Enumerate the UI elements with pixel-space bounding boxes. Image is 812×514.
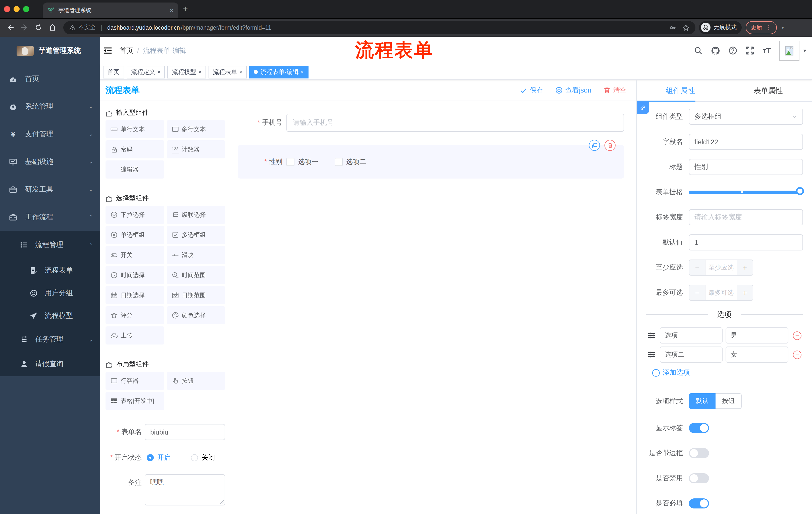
component-chip-editor[interactable]: 编辑器 — [106, 160, 164, 179]
home-icon[interactable] — [49, 24, 56, 31]
gender-option1-checkbox[interactable]: 选项一 — [286, 157, 318, 166]
minus-button[interactable]: − — [689, 285, 705, 300]
component-chip-checkbox-group[interactable]: 多选框组 — [167, 226, 225, 244]
fullscreen-icon[interactable] — [746, 46, 754, 55]
option-value-input[interactable]: 女 — [726, 347, 788, 362]
remove-option-button[interactable]: − — [793, 350, 802, 359]
component-chip-single-text[interactable]: 单行文本 — [106, 120, 164, 138]
tag-close-icon[interactable]: × — [239, 69, 242, 75]
sidebar-item-process-manage[interactable]: 流程管理 ⌃ — [0, 231, 100, 259]
style-button-button[interactable]: 按钮 — [716, 393, 742, 409]
canvas-field-gender-selected[interactable]: 性别 选项一 选项二 — [238, 145, 624, 179]
tab-close-icon[interactable]: × — [170, 7, 173, 14]
form-grid-slider[interactable] — [689, 184, 803, 200]
component-chip-button[interactable]: 按钮 — [167, 372, 225, 390]
reload-icon[interactable] — [35, 24, 42, 31]
component-chip-cascader[interactable]: 级联选择 — [167, 206, 225, 224]
sidebar-item-devtools[interactable]: 研发工具 ⌄ — [0, 175, 100, 203]
window-minimize-button[interactable] — [13, 6, 20, 12]
label-width-input[interactable]: 请输入标签宽度 — [689, 209, 803, 225]
component-chip-switch[interactable]: 开关 — [106, 246, 164, 264]
tag-close-icon[interactable]: × — [301, 69, 304, 75]
delete-component-button[interactable] — [605, 140, 615, 151]
component-chip-color-picker[interactable]: 颜色选择 — [167, 306, 225, 324]
search-icon[interactable] — [694, 46, 702, 55]
sidebar-item-payment[interactable]: ¥ 支付管理 ⌄ — [0, 120, 100, 148]
help-icon[interactable] — [728, 46, 737, 55]
option-value-input[interactable]: 男 — [726, 327, 788, 344]
new-tab-button[interactable]: + — [183, 4, 188, 14]
browser-tab[interactable]: 芋道管理系统 × — [43, 2, 178, 18]
phone-input[interactable]: 请输入手机号 — [286, 114, 624, 132]
component-chip-time-picker[interactable]: 时间选择 — [106, 266, 164, 284]
stepper-input[interactable]: 至少应选 — [705, 260, 736, 275]
address-bar[interactable]: 不安全 | dashboard.yudao.iocoder.cn/bpm/man… — [63, 21, 695, 34]
tag-process-form[interactable]: 流程表单× — [208, 65, 247, 78]
sidebar-item-home[interactable]: 首页 — [0, 65, 100, 92]
bookmark-star-icon[interactable] — [683, 24, 689, 31]
avatar[interactable] — [779, 40, 800, 61]
window-close-button[interactable] — [4, 6, 10, 12]
tag-process-form-edit[interactable]: 流程表单-编辑× — [250, 65, 309, 78]
plus-button[interactable]: + — [736, 260, 753, 275]
remove-option-button[interactable]: − — [793, 331, 802, 340]
back-icon[interactable] — [6, 24, 14, 31]
view-json-button[interactable]: 查看json — [555, 86, 591, 95]
field-name-input[interactable]: field122 — [689, 134, 803, 150]
window-zoom-button[interactable] — [23, 6, 29, 12]
stepper-input[interactable]: 最多可选 — [705, 285, 736, 300]
style-default-button[interactable]: 默认 — [689, 393, 716, 409]
tag-close-icon[interactable]: × — [157, 69, 161, 75]
disabled-toggle[interactable] — [689, 473, 709, 483]
avatar-caret-icon[interactable]: ▼ — [803, 48, 807, 53]
form-remark-textarea[interactable]: 嘿嘿 — [145, 474, 225, 506]
panel-link-handle[interactable] — [637, 101, 649, 114]
browser-menu-icon[interactable]: ⋮ — [766, 24, 772, 31]
breadcrumb-home[interactable]: 首页 — [120, 46, 133, 55]
required-toggle[interactable] — [689, 498, 709, 509]
component-chip-select[interactable]: 下拉选择 — [106, 206, 164, 224]
form-name-input[interactable]: biubiu — [145, 424, 225, 440]
option-label-input[interactable]: 选项二 — [660, 347, 723, 362]
sidebar-item-process-form[interactable]: 流程表单 — [0, 259, 100, 282]
toolbar-chevron-icon[interactable]: ▾ — [782, 25, 784, 30]
github-icon[interactable] — [711, 46, 720, 55]
font-size-icon[interactable]: ᴛT — [762, 46, 771, 55]
tab-form-props[interactable]: 表单属性 — [724, 80, 812, 101]
drag-handle-icon[interactable] — [648, 331, 656, 340]
sidebar-item-leave-query[interactable]: 请假查询 — [0, 352, 100, 376]
border-toggle[interactable] — [689, 448, 709, 458]
component-chip-slider[interactable]: 滑块 — [167, 246, 225, 264]
sidebar-item-process-model[interactable]: 流程模型 — [0, 304, 100, 327]
sidebar-item-task-manage[interactable]: 任务管理 ⌄ — [0, 327, 100, 352]
sidebar-item-system[interactable]: 系统管理 ⌄ — [0, 92, 100, 120]
tag-process-definition[interactable]: 流程定义× — [127, 65, 165, 78]
minus-button[interactable]: − — [689, 260, 705, 275]
component-type-select[interactable]: 多选框组 — [689, 109, 803, 125]
browser-update-button[interactable]: 更新 ⋮ — [746, 21, 777, 34]
default-value-input[interactable]: 1 — [689, 234, 803, 250]
component-chip-date-range[interactable]: 日期范围 — [167, 286, 225, 304]
copy-component-button[interactable] — [589, 140, 600, 151]
component-chip-password[interactable]: 密码 — [106, 140, 164, 158]
min-select-stepper[interactable]: − 至少应选 + — [689, 260, 753, 276]
component-chip-table[interactable]: 表格[开发中] — [106, 392, 164, 410]
gender-option2-checkbox[interactable]: 选项二 — [335, 157, 366, 166]
component-chip-radio-group[interactable]: 单选框组 — [106, 226, 164, 244]
menu-fold-icon[interactable] — [104, 47, 112, 54]
title-input[interactable]: 性别 — [689, 159, 803, 175]
tag-home[interactable]: 首页 — [103, 65, 124, 78]
resize-grip[interactable] — [220, 500, 224, 504]
tab-component-props[interactable]: 组件属性 — [637, 80, 724, 101]
password-key-icon[interactable] — [669, 24, 676, 31]
option-label-input[interactable]: 选项一 — [660, 327, 723, 344]
forward-icon[interactable] — [21, 24, 28, 31]
component-chip-upload[interactable]: 上传 — [106, 326, 164, 345]
save-button[interactable]: 保存 — [520, 86, 543, 95]
tag-close-icon[interactable]: × — [198, 69, 202, 75]
plus-button[interactable]: + — [736, 285, 753, 300]
tag-process-model[interactable]: 流程模型× — [168, 65, 206, 78]
component-chip-rate[interactable]: 评分 — [106, 306, 164, 324]
slider-handle[interactable] — [796, 187, 804, 195]
sidebar-item-workflow[interactable]: 工作流程 ⌃ — [0, 203, 100, 231]
